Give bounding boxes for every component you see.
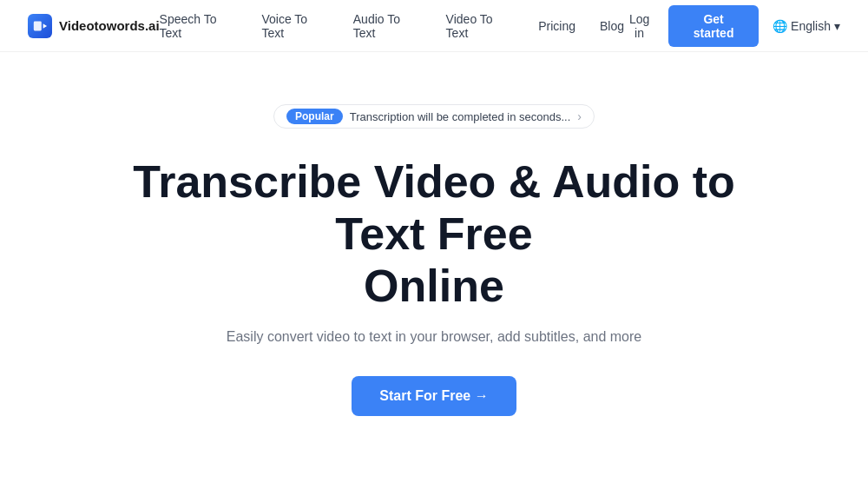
hero-heading: Transcribe Video & Audio to Text Free On… bbox=[130, 156, 738, 312]
svg-rect-0 bbox=[34, 21, 42, 30]
hero-announcement-badge[interactable]: Popular Transcription will be completed … bbox=[273, 104, 595, 129]
hero-subtitle: Easily convert video to text in your bro… bbox=[17, 329, 851, 345]
nav-voice-to-text[interactable]: Voice To Text bbox=[261, 12, 328, 40]
chevron-down-icon: ▾ bbox=[834, 19, 840, 33]
featured-section: FEATURED IN P FEATURED ON Product Hunt ▲… bbox=[0, 451, 868, 489]
nav-audio-to-text[interactable]: Audio To Text bbox=[353, 12, 422, 40]
nav-links: Speech To Text Voice To Text Audio To Te… bbox=[160, 12, 624, 40]
login-button[interactable]: Log in bbox=[624, 12, 654, 40]
popular-badge: Popular bbox=[286, 109, 343, 124]
nav-video-to-text[interactable]: Video To Text bbox=[446, 12, 515, 40]
language-selector[interactable]: 🌐 English ▾ bbox=[773, 19, 840, 33]
logo-icon bbox=[28, 14, 52, 38]
hero-heading-line1: Transcribe Video & Audio to Text Free bbox=[133, 156, 734, 259]
logo-text: Videotowords.ai bbox=[59, 18, 160, 33]
cta-button[interactable]: Start For Free → bbox=[352, 376, 516, 416]
hero-heading-line2: Online bbox=[364, 261, 504, 311]
logo[interactable]: Videotowords.ai bbox=[28, 14, 160, 38]
flag-icon: 🌐 bbox=[773, 19, 787, 33]
svg-marker-1 bbox=[43, 23, 48, 28]
nav-right: Log in Get started 🌐 English ▾ bbox=[624, 5, 840, 47]
nav-blog[interactable]: Blog bbox=[600, 19, 624, 33]
navbar: Videotowords.ai Speech To Text Voice To … bbox=[0, 0, 868, 52]
badge-arrow-icon: › bbox=[577, 109, 582, 123]
badge-text: Transcription will be completed in secon… bbox=[350, 110, 571, 123]
lang-label: English bbox=[791, 19, 831, 33]
nav-speech-to-text[interactable]: Speech To Text bbox=[160, 12, 238, 40]
hero-section: Popular Transcription will be completed … bbox=[0, 52, 868, 451]
get-started-button[interactable]: Get started bbox=[668, 5, 759, 47]
nav-pricing[interactable]: Pricing bbox=[538, 19, 575, 33]
